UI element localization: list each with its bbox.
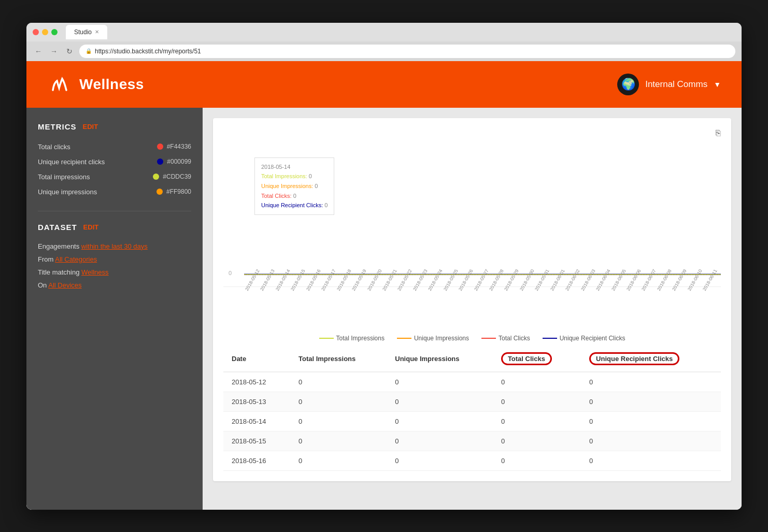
- user-menu-label[interactable]: Internal Comms: [645, 79, 707, 90]
- url-bar[interactable]: 🔒 https://studio.backstit.ch/my/reports/…: [79, 45, 735, 58]
- td-total_clicks: 0: [493, 392, 581, 411]
- dataset-link[interactable]: Wellness: [81, 268, 109, 276]
- th-date: Date: [223, 346, 290, 372]
- x-axis-area: 2018-05-122018-05-132018-05-142018-05-15…: [244, 287, 721, 328]
- close-button[interactable]: [33, 29, 39, 35]
- sidebar-divider: [38, 211, 191, 211]
- dataset-link[interactable]: All Devices: [48, 281, 81, 289]
- y-axis-label: 0: [229, 270, 232, 276]
- th-unique_impressions: Unique Impressions: [387, 346, 493, 372]
- header-right: 🌍 Internal Comms ▼: [617, 74, 721, 95]
- metric-label: Unique impressions: [38, 188, 97, 196]
- td-unique_recipient_clicks: 0: [581, 451, 721, 470]
- metrics-edit-link[interactable]: EDIT: [83, 123, 98, 131]
- legend-item: Total Impressions: [319, 335, 385, 342]
- legend-line: [397, 338, 411, 339]
- td-total_impressions: 0: [290, 411, 387, 431]
- td-unique_impressions: 0: [387, 392, 493, 411]
- back-button[interactable]: ←: [33, 46, 44, 57]
- legend-label: Total Clicks: [499, 335, 530, 342]
- color-dot: [157, 143, 163, 150]
- traffic-lights: [33, 29, 58, 35]
- color-hex: #FF9800: [166, 188, 191, 195]
- tooltip-total-impressions: Total Impressions: 0: [261, 171, 328, 181]
- chart-legend: Total Impressions Unique Impressions Tot…: [223, 328, 721, 346]
- legend-item: Total Clicks: [481, 335, 530, 342]
- td-unique_recipient_clicks: 0: [581, 431, 721, 451]
- dropdown-arrow-icon[interactable]: ▼: [714, 80, 721, 89]
- td-date: 2018-05-13: [223, 392, 290, 411]
- forward-button[interactable]: →: [48, 46, 60, 57]
- legend-label: Unique Recipient Clicks: [560, 335, 625, 342]
- th-unique_recipient_clicks: Unique Recipient Clicks: [581, 346, 721, 372]
- metric-item: Unique recipient clicks #000099: [38, 154, 191, 169]
- td-date: 2018-05-12: [223, 372, 290, 392]
- td-total_clicks: 0: [493, 431, 581, 451]
- browser-tab[interactable]: Studio ✕: [66, 25, 107, 39]
- tab-close-icon[interactable]: ✕: [95, 29, 99, 35]
- color-hex: #000099: [167, 158, 191, 165]
- dataset-link[interactable]: within the last 30 days: [81, 242, 148, 250]
- chart-header: ⎘: [223, 128, 721, 138]
- metric-label: Total impressions: [38, 173, 90, 181]
- highlighted-header: Unique Recipient Clicks: [589, 352, 679, 365]
- dataset-item: Engagements within the last 30 days: [38, 240, 191, 253]
- tab-bar: Studio ✕: [66, 25, 735, 39]
- color-dot: [157, 189, 163, 195]
- td-total_impressions: 0: [290, 451, 387, 470]
- legend-line: [543, 338, 557, 339]
- td-date: 2018-05-16: [223, 451, 290, 470]
- td-total_clicks: 0: [493, 411, 581, 431]
- maximize-button[interactable]: [51, 29, 58, 35]
- highlighted-header: Total Clicks: [501, 352, 552, 365]
- address-bar: ← → ↻ 🔒 https://studio.backstit.ch/my/re…: [26, 41, 742, 61]
- metric-item: Total impressions #CDDC39: [38, 169, 191, 184]
- color-dot: [153, 174, 159, 180]
- brand: Wellness: [47, 72, 144, 97]
- tab-title: Studio: [74, 28, 92, 36]
- export-icon[interactable]: ⎘: [716, 128, 721, 138]
- brand-name: Wellness: [79, 76, 144, 93]
- dataset-edit-link[interactable]: EDIT: [83, 223, 99, 231]
- metric-color: #000099: [157, 158, 191, 165]
- minimize-button[interactable]: [42, 29, 48, 35]
- metric-color: #FF9800: [157, 188, 191, 195]
- globe-icon: 🌍: [617, 74, 639, 95]
- metric-item: Total clicks #F44336: [38, 139, 191, 154]
- color-hex: #CDDC39: [163, 173, 191, 180]
- lock-icon: 🔒: [86, 48, 92, 54]
- td-unique_impressions: 0: [387, 411, 493, 431]
- app-content: Wellness 🌍 Internal Comms ▼ METRICS EDIT…: [26, 61, 742, 510]
- tooltip-total-clicks: Total Clicks: 0: [261, 191, 328, 201]
- metric-label: Unique recipient clicks: [38, 158, 105, 166]
- dataset-list: Engagements within the last 30 daysFrom …: [38, 240, 191, 292]
- chart-card: ⎘ 2018-05-14 Total Impressions: 0: [213, 118, 731, 481]
- brand-logo: [47, 72, 72, 97]
- tooltip-unique-clicks: Unique Recipient Clicks: 0: [261, 200, 328, 210]
- metric-label: Total clicks: [38, 143, 70, 151]
- table-row: 2018-05-130000: [223, 392, 721, 411]
- metric-item: Unique impressions #FF9800: [38, 184, 191, 199]
- td-date: 2018-05-14: [223, 411, 290, 431]
- metrics-title: METRICS: [38, 122, 77, 131]
- tooltip-date: 2018-05-14: [261, 162, 328, 172]
- td-date: 2018-05-15: [223, 431, 290, 451]
- th-total_clicks: Total Clicks: [493, 346, 581, 372]
- content-area: ⎘ 2018-05-14 Total Impressions: 0: [203, 108, 742, 510]
- chart-tooltip: 2018-05-14 Total Impressions: 0 Unique I…: [254, 157, 334, 215]
- legend-item: Unique Impressions: [397, 335, 469, 342]
- td-total_impressions: 0: [290, 392, 387, 411]
- chart-y-axis: 0: [229, 142, 232, 286]
- td-unique_recipient_clicks: 0: [581, 372, 721, 392]
- tooltip-unique-impressions: Unique Impressions: 0: [261, 181, 328, 191]
- td-unique_impressions: 0: [387, 431, 493, 451]
- td-total_clicks: 0: [493, 451, 581, 470]
- td-unique_recipient_clicks: 0: [581, 411, 721, 431]
- color-dot: [157, 159, 163, 165]
- table-row: 2018-05-150000: [223, 431, 721, 451]
- dataset-item: From All Categories: [38, 253, 191, 266]
- dataset-item: On All Devices: [38, 279, 191, 292]
- color-hex: #F44336: [167, 143, 191, 150]
- refresh-button[interactable]: ↻: [64, 46, 75, 57]
- dataset-link[interactable]: All Categories: [55, 255, 97, 263]
